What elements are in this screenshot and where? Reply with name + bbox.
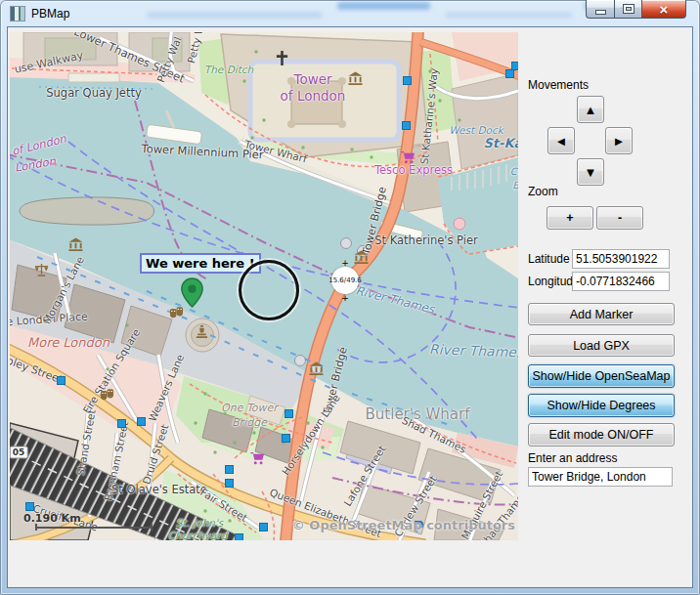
map-label: Basin bbox=[512, 181, 518, 191]
minimize-button[interactable] bbox=[586, 0, 615, 19]
map-marker-label[interactable]: We were here ! bbox=[140, 253, 261, 274]
museum-icon bbox=[68, 237, 83, 252]
map-label: West Dock bbox=[449, 125, 503, 136]
titlebar-ghost bbox=[147, 12, 323, 19]
map-pin-icon[interactable] bbox=[180, 277, 204, 308]
map-blue-marker[interactable] bbox=[25, 502, 34, 511]
move-up-button[interactable]: ▲ bbox=[577, 96, 604, 123]
address-label: Enter an address bbox=[528, 451, 617, 465]
masks-icon bbox=[100, 389, 114, 404]
map-label: of London bbox=[11, 134, 67, 158]
map-label: River Thames bbox=[355, 284, 436, 316]
map-label: Petty W bbox=[186, 32, 205, 64]
map-label: St Katharine's Way bbox=[419, 67, 440, 164]
map-label: The Ditch bbox=[204, 64, 253, 75]
cart-icon bbox=[250, 451, 265, 466]
map[interactable]: use WalkwayLower Thames StreetPetty WalP… bbox=[10, 32, 518, 540]
window-title: PBMap bbox=[31, 7, 69, 21]
cross-icon bbox=[275, 51, 289, 65]
maximize-icon bbox=[624, 5, 634, 13]
cart-icon bbox=[401, 150, 416, 165]
movements-label: Movements bbox=[528, 78, 589, 92]
zoom-out-button[interactable]: - bbox=[596, 206, 643, 230]
map-blue-marker[interactable] bbox=[403, 76, 412, 85]
toggle-openseamap-button[interactable]: Show/Hide OpenSeaMap bbox=[528, 364, 675, 388]
minimize-icon bbox=[596, 11, 605, 14]
zoom-in-button[interactable]: + bbox=[547, 206, 593, 230]
move-left-button[interactable]: ◄ bbox=[547, 127, 575, 154]
map-label: Weavers Lane bbox=[147, 353, 186, 423]
map-label: Tesco Express bbox=[374, 165, 453, 177]
map-label: One Tower bbox=[221, 403, 278, 413]
latitude-label: Latitude bbox=[528, 252, 570, 266]
address-input[interactable] bbox=[528, 467, 673, 487]
map-label: of London bbox=[281, 90, 346, 104]
map-blue-marker[interactable] bbox=[57, 376, 66, 385]
latitude-input[interactable] bbox=[572, 249, 670, 269]
map-label: St Katherine's Pier bbox=[374, 235, 478, 247]
map-label: St. John's bbox=[176, 518, 224, 529]
app-icon bbox=[10, 6, 25, 21]
map-label: St Olave's Estate bbox=[111, 485, 207, 496]
map-scalebar: 0.190 Km bbox=[23, 512, 153, 529]
map-blue-marker[interactable] bbox=[117, 419, 126, 428]
longitude-input[interactable] bbox=[572, 272, 670, 291]
map-blue-marker[interactable] bbox=[282, 434, 290, 443]
close-button[interactable]: × bbox=[641, 0, 686, 19]
map-blue-marker[interactable] bbox=[235, 533, 243, 541]
map-scale-text: 0.190 Km bbox=[23, 512, 81, 525]
add-marker-button[interactable]: Add Marker bbox=[528, 303, 675, 325]
map-label: St-Katharine bbox=[484, 137, 519, 149]
map-label: use Walkway bbox=[14, 50, 84, 75]
map-label: More London bbox=[27, 336, 109, 349]
map-circle-shape bbox=[239, 260, 299, 320]
maximize-button[interactable] bbox=[615, 0, 641, 19]
map-label: Shand Street bbox=[75, 408, 97, 476]
map-blue-marker[interactable] bbox=[225, 465, 234, 474]
map-label: Sugar Quay Jetty bbox=[46, 88, 141, 100]
caption-buttons: × bbox=[586, 0, 686, 19]
map-label: Druid Street bbox=[141, 423, 170, 486]
titlebar[interactable]: PBMap × bbox=[0, 0, 700, 27]
map-label: Bridge bbox=[232, 417, 267, 428]
map-blue-marker[interactable] bbox=[284, 409, 293, 418]
client-area: use WalkwayLower Thames StreetPetty WalP… bbox=[8, 27, 692, 587]
bridge-clearance-badge: 15.6/49.6 bbox=[331, 267, 359, 294]
map-scale-line bbox=[35, 527, 153, 529]
map-label: Churchyard bbox=[168, 531, 228, 540]
map-label: River Thames bbox=[429, 342, 518, 359]
map-blue-marker[interactable] bbox=[505, 69, 514, 78]
edit-mode-button[interactable]: Edit mode ON/OFF bbox=[528, 423, 675, 446]
titlebar-ghost bbox=[337, 2, 430, 10]
close-icon: × bbox=[660, 2, 669, 17]
load-gpx-button[interactable]: Load GPX bbox=[528, 334, 675, 357]
app-window: PBMap × bbox=[0, 0, 700, 595]
map-blue-marker[interactable] bbox=[259, 523, 268, 531]
map-blue-marker[interactable] bbox=[402, 121, 411, 130]
map-blue-marker[interactable] bbox=[225, 479, 234, 488]
move-down-button[interactable]: ▼ bbox=[577, 158, 604, 186]
museum-icon bbox=[309, 361, 324, 376]
museum-icon bbox=[348, 71, 363, 86]
toggle-degrees-button[interactable]: Show/Hide Degrees bbox=[528, 394, 675, 417]
map-attribution: © OpenStreetMap contributors bbox=[292, 518, 515, 532]
museum-icon bbox=[354, 250, 369, 265]
map-label: Tower bbox=[293, 73, 331, 87]
map-blue-marker[interactable] bbox=[137, 417, 146, 426]
map-label: Lafone Street bbox=[342, 444, 387, 508]
titlebar-ghost bbox=[445, 12, 572, 19]
map-label: London bbox=[14, 156, 57, 175]
bridge-clearance-text: 15.6/49.6 bbox=[328, 276, 362, 284]
scales-icon bbox=[34, 263, 49, 277]
masks-icon bbox=[169, 307, 184, 321]
map-label: Central bbox=[510, 167, 518, 177]
map-label: 05 bbox=[10, 446, 27, 459]
monument-icon bbox=[195, 324, 209, 339]
move-right-button[interactable]: ► bbox=[605, 127, 633, 154]
zoom-label: Zoom bbox=[528, 185, 558, 198]
